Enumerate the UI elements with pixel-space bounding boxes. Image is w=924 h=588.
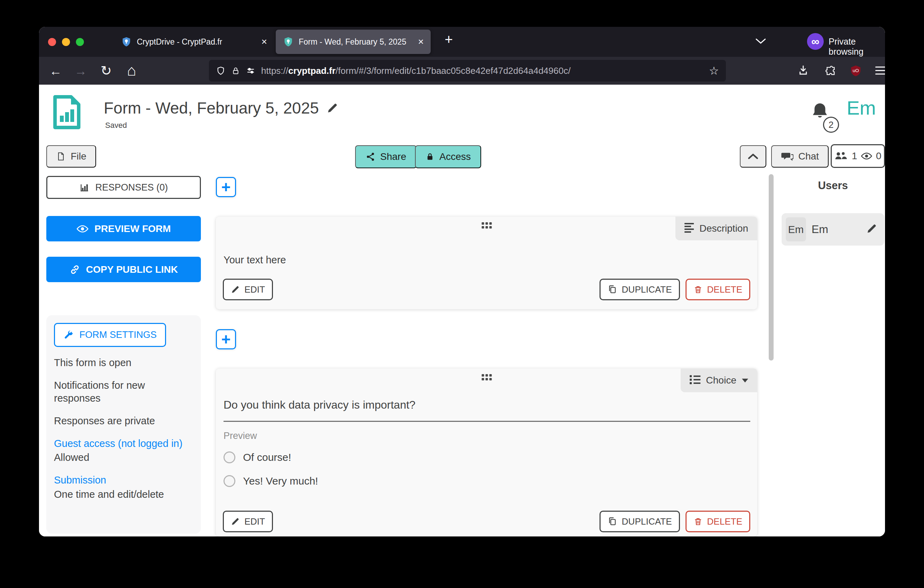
extensions-puzzle-icon[interactable] — [823, 64, 836, 77]
share-nodes-icon — [366, 152, 375, 162]
question-text[interactable]: Do you think data privacy is important? — [223, 398, 415, 411]
duplicate-button[interactable]: DUPLICATE — [599, 279, 680, 300]
delete-button[interactable]: DELETE — [685, 279, 750, 300]
add-block-button[interactable]: + — [216, 329, 236, 349]
share-label: Share — [380, 151, 406, 162]
delete-button[interactable]: DELETE — [685, 511, 750, 532]
notification-count-badge: 2 — [823, 117, 839, 133]
add-block-button[interactable]: + — [216, 177, 236, 197]
eye-icon — [861, 152, 873, 160]
tab-title: CryptDrive - CryptPad.fr — [137, 37, 222, 47]
home-icon[interactable]: ⌂ — [124, 62, 139, 79]
rename-pencil-icon[interactable] — [327, 102, 338, 114]
wrench-icon — [63, 330, 74, 340]
radio-button[interactable] — [223, 475, 235, 487]
link-icon — [69, 264, 81, 275]
list-all-tabs-chevron-icon[interactable] — [755, 37, 767, 45]
duplicate-label: DUPLICATE — [622, 284, 672, 295]
account-name[interactable]: Em — [847, 96, 876, 119]
responses-button[interactable]: RESPONSES (0) — [46, 176, 201, 199]
navigation-bar: ← → ↻ ⌂ https://cryptpad.fr/form/#/3/for… — [39, 57, 885, 85]
setting-submission-link[interactable]: Submission — [54, 474, 193, 487]
copy-icon — [607, 284, 617, 294]
copy-public-link-label: COPY PUBLIC LINK — [86, 264, 178, 275]
chat-button[interactable]: Chat — [771, 145, 828, 168]
url-path: /form/#/3/form/edit/c1b7baac05c8e42ef47d… — [336, 66, 571, 76]
url-bar[interactable]: https://cryptpad.fr/form/#/3/form/edit/c… — [209, 60, 726, 81]
cryptpad-shield-icon — [121, 36, 132, 47]
downloads-icon[interactable] — [797, 64, 810, 77]
trash-icon — [693, 517, 703, 526]
window-controls — [48, 38, 84, 46]
chevron-up-icon — [747, 153, 759, 160]
back-icon[interactable]: ← — [48, 64, 63, 78]
setting-submission-value: One time and edit/delete — [54, 488, 193, 501]
tab-cryptdrive[interactable]: CryptDrive - CryptPad.fr × — [114, 30, 274, 54]
block-type-tab-choice[interactable]: Choice — [681, 368, 757, 392]
user-list-item: Em Em — [782, 213, 884, 246]
bookmark-star-icon[interactable]: ☆ — [709, 64, 719, 77]
preview-form-button[interactable]: PREVIEW FORM — [46, 216, 201, 241]
close-window-button[interactable] — [48, 38, 56, 46]
url-domain: cryptpad.fr — [288, 66, 336, 76]
browser-window: CryptDrive - CryptPad.fr × Form - Wed, F… — [39, 27, 885, 537]
block-actions: EDIT DUPLICATE DELETE — [223, 279, 750, 300]
setting-guest-access-link[interactable]: Guest access (not logged in) — [54, 437, 193, 451]
forward-icon[interactable]: → — [73, 64, 88, 78]
permissions-icon[interactable] — [246, 66, 256, 76]
option-label: Of course! — [243, 451, 291, 463]
cryptpad-form-logo — [52, 94, 81, 130]
pencil-icon — [231, 285, 240, 294]
ublock-origin-icon[interactable]: uO — [850, 64, 862, 77]
users-panel-title: Users — [782, 179, 884, 192]
edit-button[interactable]: EDIT — [223, 511, 273, 532]
setting-guest-access-value: Allowed — [54, 451, 193, 464]
collapse-toolbar-button[interactable] — [740, 145, 766, 168]
new-tab-button[interactable]: + — [440, 32, 457, 47]
minimize-window-button[interactable] — [62, 38, 70, 46]
choice-block: Choice Do you think data privacy is impo… — [216, 368, 757, 537]
preview-form-label: PREVIEW FORM — [94, 223, 171, 235]
tab-title: Form - Wed, February 5, 2025 — [299, 37, 406, 47]
description-text: Your text here — [223, 254, 286, 266]
edit-label: EDIT — [244, 516, 265, 527]
reload-icon[interactable]: ↻ — [99, 63, 114, 78]
close-tab-icon[interactable]: × — [261, 36, 267, 47]
copy-public-link-button[interactable]: COPY PUBLIC LINK — [46, 257, 201, 282]
save-status: Saved — [105, 121, 127, 130]
block-actions: EDIT DUPLICATE DELETE — [223, 511, 750, 532]
setting-responses-private: Responses are private — [54, 415, 193, 428]
user-list-button[interactable]: 1 0 — [831, 144, 885, 168]
viewers-count: 0 — [876, 150, 881, 162]
lock-icon[interactable] — [231, 66, 240, 76]
url-text: https://cryptpad.fr/form/#/3/form/edit/c… — [261, 66, 571, 76]
lock-icon — [426, 152, 434, 162]
edit-name-pencil-icon[interactable] — [866, 223, 877, 234]
align-left-icon — [685, 223, 694, 234]
avatar: Em — [786, 217, 806, 241]
edit-button[interactable]: EDIT — [223, 279, 273, 300]
block-type-label: Choice — [706, 375, 736, 386]
access-label: Access — [439, 151, 471, 162]
list-icon — [690, 375, 701, 386]
preview-section-label: Preview — [223, 431, 257, 441]
drag-handle-icon[interactable] — [482, 222, 492, 228]
radio-button[interactable] — [223, 451, 235, 463]
tab-form-active[interactable]: Form - Wed, February 5, 2025 × — [276, 30, 431, 54]
share-button[interactable]: Share — [355, 145, 417, 168]
drag-handle-icon[interactable] — [482, 374, 492, 380]
users-group-icon — [834, 151, 848, 161]
close-tab-icon[interactable]: × — [418, 36, 424, 47]
tracking-protection-shield-icon[interactable] — [216, 66, 226, 76]
user-name: Em — [812, 223, 828, 236]
caret-down-icon — [742, 379, 748, 383]
responses-label: RESPONSES (0) — [96, 182, 168, 193]
scrollbar[interactable] — [769, 174, 774, 360]
eye-icon — [76, 224, 89, 233]
access-button[interactable]: Access — [415, 145, 481, 168]
maximize-window-button[interactable] — [76, 38, 84, 46]
menu-hamburger-icon[interactable] — [875, 66, 885, 77]
file-menu-button[interactable]: File — [46, 145, 96, 168]
duplicate-button[interactable]: DUPLICATE — [599, 511, 680, 532]
form-settings-button[interactable]: FORM SETTINGS — [54, 323, 166, 347]
